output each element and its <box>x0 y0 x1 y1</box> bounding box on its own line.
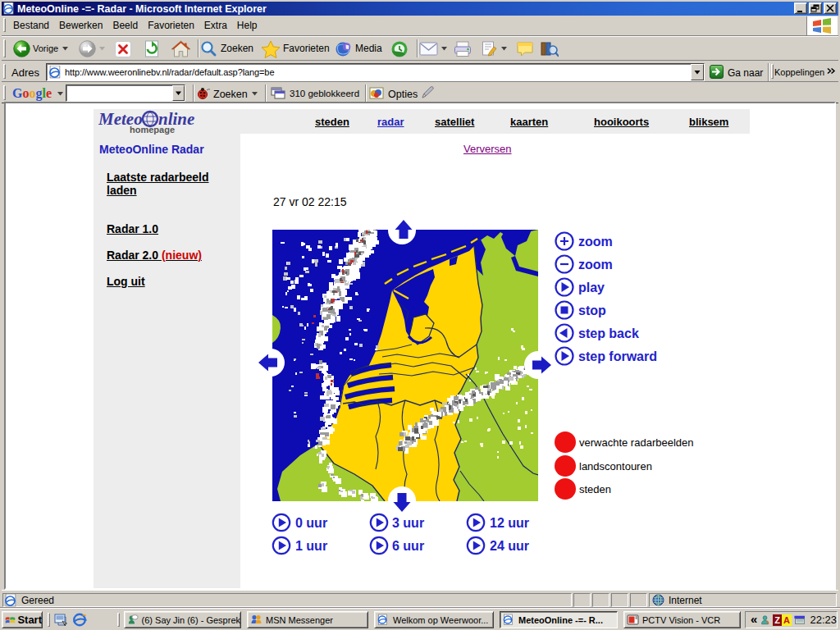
svg-text:12 uur: 12 uur <box>490 516 529 530</box>
svg-text:play: play <box>578 281 605 294</box>
svg-text:verwachte radarbeelden: verwachte radarbeelden <box>579 436 693 449</box>
svg-text:zoom: zoom <box>578 235 613 249</box>
svg-text:homepage: homepage <box>130 125 175 135</box>
svg-text:step forward: step forward <box>578 349 657 363</box>
svg-text:stop: stop <box>578 304 606 317</box>
svg-text:24 uur: 24 uur <box>490 539 529 553</box>
svg-text:landscontouren: landscontouren <box>579 460 652 472</box>
svg-text:3 uur: 3 uur <box>392 516 424 530</box>
svg-text:0 uur: 0 uur <box>295 516 327 530</box>
svg-text:step back: step back <box>578 326 639 340</box>
svg-text:1 uur: 1 uur <box>295 539 327 553</box>
svg-text:steden: steden <box>579 483 611 495</box>
svg-text:6 uur: 6 uur <box>392 539 424 553</box>
svg-text:zoom: zoom <box>578 258 613 272</box>
